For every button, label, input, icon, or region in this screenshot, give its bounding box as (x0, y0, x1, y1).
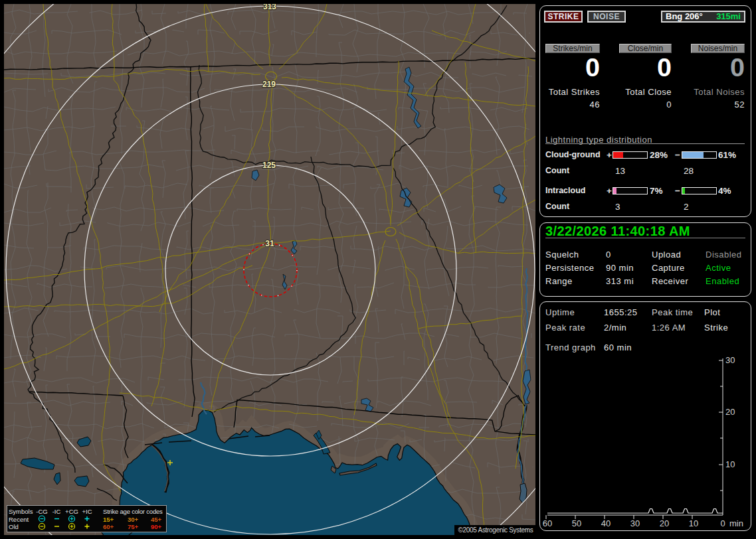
svg-text:219: 219 (262, 80, 276, 89)
svg-text:31: 31 (265, 239, 274, 248)
svg-text:313: 313 (263, 4, 276, 11)
svg-text:125: 125 (262, 161, 276, 170)
